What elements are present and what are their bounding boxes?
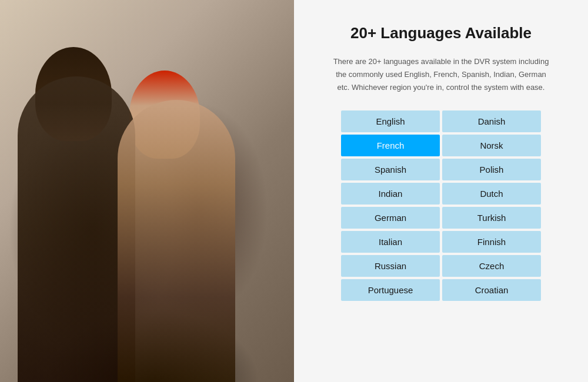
page-title: 20+ Languages Available: [350, 24, 532, 43]
lang-cell-norsk[interactable]: Norsk: [442, 135, 541, 156]
lang-cell-finnish[interactable]: Finnish: [442, 231, 541, 253]
languages-grid: EnglishDanishFrenchNorskSpanishPolishInd…: [341, 110, 541, 301]
person-right-body: [118, 100, 235, 382]
lang-cell-french[interactable]: French: [341, 135, 440, 156]
lang-cell-english[interactable]: English: [341, 110, 440, 132]
lang-cell-italian[interactable]: Italian: [341, 231, 440, 253]
lang-cell-dutch[interactable]: Dutch: [442, 183, 541, 205]
lang-cell-russian[interactable]: Russian: [341, 255, 440, 277]
lang-cell-croatian[interactable]: Croatian: [442, 279, 541, 301]
photo-background: [0, 0, 306, 382]
lang-cell-turkish[interactable]: Turkish: [442, 207, 541, 229]
lang-cell-czech[interactable]: Czech: [442, 255, 541, 277]
lang-cell-danish[interactable]: Danish: [442, 110, 541, 132]
lang-cell-portuguese[interactable]: Portuguese: [341, 279, 440, 301]
content-panel: 20+ Languages Available There are 20+ la…: [294, 0, 588, 382]
lang-cell-indian[interactable]: Indian: [341, 183, 440, 205]
lang-cell-spanish[interactable]: Spanish: [341, 159, 440, 180]
description-text: There are 20+ languages available in the…: [329, 55, 553, 94]
lang-cell-german[interactable]: German: [341, 207, 440, 229]
lang-cell-polish[interactable]: Polish: [442, 159, 541, 180]
